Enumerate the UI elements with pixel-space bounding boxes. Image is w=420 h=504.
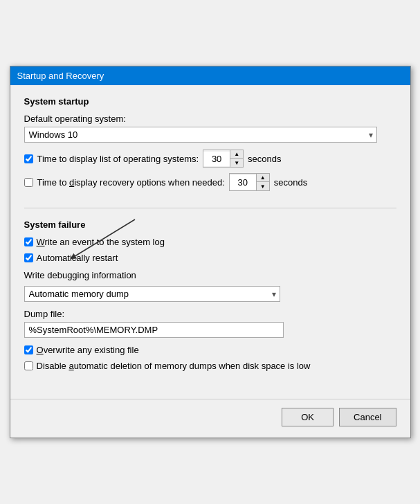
system-failure-title: System failure <box>24 219 396 230</box>
dump-file-input-wrapper: %SystemRoot%\MEMORY.DMP <box>24 322 396 338</box>
disable-auto-delete-checkbox[interactable] <box>24 361 33 370</box>
display-recovery-arrows: ▲ ▼ <box>256 174 269 190</box>
auto-restart-row: Automatically restart <box>24 253 396 263</box>
write-debugging-label: Write debugging information <box>24 270 396 280</box>
auto-restart-checkbox[interactable] <box>24 253 33 262</box>
ok-button[interactable]: OK <box>282 408 334 426</box>
display-list-arrows: ▲ ▼ <box>230 150 243 167</box>
disable-auto-delete-label: Disable automatic deletion of memory dum… <box>37 361 311 371</box>
display-list-label: Time to display list of operating system… <box>37 154 199 164</box>
default-os-label: Default operating system: <box>24 114 396 124</box>
display-list-value[interactable]: 30 <box>203 152 230 166</box>
startup-recovery-dialog: Startup and Recovery System startup Defa… <box>10 66 411 438</box>
display-recovery-checkbox[interactable] <box>24 178 33 187</box>
os-dropdown-row: Windows 10 <box>24 127 396 143</box>
display-recovery-row: Time to display recovery options when ne… <box>24 173 396 191</box>
display-list-checkbox[interactable] <box>24 154 33 163</box>
display-recovery-value[interactable]: 30 <box>230 175 256 190</box>
dump-file-label: Dump file: <box>24 309 396 319</box>
dump-type-dropdown[interactable]: Automatic memory dump Complete memory du… <box>24 286 280 302</box>
display-recovery-label: Time to display recovery options when ne… <box>37 177 225 188</box>
display-list-up[interactable]: ▲ <box>230 150 243 159</box>
display-recovery-spinner: 30 ▲ ▼ <box>229 173 270 191</box>
os-dropdown[interactable]: Windows 10 <box>24 127 377 143</box>
cancel-button[interactable]: Cancel <box>339 408 396 426</box>
write-event-row: Write an event to the system log <box>24 237 396 247</box>
auto-restart-label: Automatically restart <box>37 253 118 263</box>
dialog-content: System startup Default operating system:… <box>10 85 410 392</box>
dump-file-input[interactable]: %SystemRoot%\MEMORY.DMP <box>24 322 284 338</box>
overwrite-row: Overwrite any existing file <box>24 345 396 355</box>
overwrite-checkbox[interactable] <box>24 345 33 354</box>
system-startup-title: System startup <box>24 96 396 107</box>
disable-auto-delete-row: Disable automatic deletion of memory dum… <box>24 361 396 371</box>
system-failure-section: System failure Write an event to the sys… <box>24 219 396 371</box>
display-recovery-unit: seconds <box>274 177 307 188</box>
display-list-spinner: 30 ▲ ▼ <box>203 150 244 168</box>
write-event-label: Write an event to the system log <box>37 237 165 247</box>
overwrite-label: Overwrite any existing file <box>37 345 139 355</box>
button-bar: OK Cancel <box>10 399 410 438</box>
write-event-checkbox[interactable] <box>24 237 33 246</box>
dialog-title: Startup and Recovery <box>17 71 104 81</box>
display-list-row: Time to display list of operating system… <box>24 150 396 168</box>
display-list-down[interactable]: ▼ <box>230 159 243 167</box>
os-dropdown-wrapper: Windows 10 <box>24 127 377 143</box>
display-recovery-up[interactable]: ▲ <box>257 174 269 182</box>
display-recovery-down[interactable]: ▼ <box>257 182 269 190</box>
display-list-unit: seconds <box>248 154 281 164</box>
system-startup-section: System startup Default operating system:… <box>24 96 396 208</box>
title-bar: Startup and Recovery <box>10 66 410 85</box>
dump-type-dropdown-wrapper: Automatic memory dump Complete memory du… <box>24 286 280 302</box>
dump-type-row: Automatic memory dump Complete memory du… <box>24 286 396 302</box>
